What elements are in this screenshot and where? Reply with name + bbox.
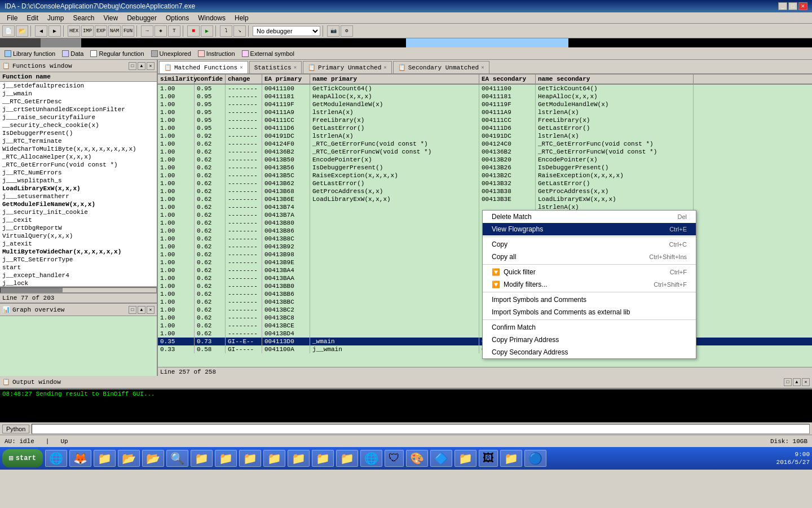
go-close-button[interactable]: ✕ [147, 306, 155, 314]
hex-view-button[interactable]: HEX [68, 25, 80, 37]
taskbar-app-13[interactable]: 📁 [336, 450, 358, 467]
table-row[interactable]: 1.000.95--------004111CCFreeLibrary(x)00… [158, 116, 812, 124]
func-item[interactable]: j__except_handler4 [0, 271, 157, 279]
taskbar-app-11[interactable]: 📁 [288, 450, 310, 467]
graph-button[interactable]: ◈ [155, 25, 167, 37]
table-row[interactable]: 1.000.62--------00413B6ELoadLibraryExW(x… [158, 195, 812, 203]
func-item[interactable]: VirtualQuery(x,x,x) [0, 232, 157, 240]
taskbar-app-10[interactable]: 📁 [263, 450, 285, 467]
taskbar-app-4[interactable]: 📂 [118, 450, 140, 467]
func-item[interactable]: j__lock [0, 279, 157, 286]
ow-float-btn[interactable]: □ [784, 378, 792, 386]
tab-statistics[interactable]: Statistics ✕ [249, 61, 302, 73]
stop-button[interactable]: ■ [187, 25, 200, 37]
func-item[interactable]: j__wmain [0, 90, 157, 98]
taskbar-app-2[interactable]: 🦊 [69, 450, 91, 467]
settings-button[interactable]: ⚙ [341, 25, 353, 37]
tab-pu-close[interactable]: ✕ [383, 64, 386, 71]
func-item[interactable]: __security_check_cookie(x) [0, 121, 157, 129]
table-row[interactable]: 1.000.92--------004191DClstrlenA(x)00419… [158, 132, 812, 140]
cm-quick-filter[interactable]: 🔽Quick filter Ctrl+F [483, 266, 696, 278]
go-max-button[interactable]: ▲ [138, 306, 145, 314]
cm-delete-match[interactable]: Delete Match Del [483, 211, 696, 223]
func-item-bold[interactable]: MultiByteToWideChar(x,x,x,x,x,x) [0, 248, 157, 256]
fw-max-button[interactable]: ▲ [138, 62, 145, 70]
taskbar-app-16[interactable]: 🎨 [406, 450, 428, 467]
taskbar-app-5[interactable]: 📂 [142, 450, 164, 467]
taskbar-app-15[interactable]: 🛡 [385, 450, 404, 467]
cm-copy-secondary-addr[interactable]: Copy Secondary Address [483, 346, 696, 358]
taskbar-app-21[interactable]: 🔵 [524, 450, 546, 467]
cm-confirm-match[interactable]: Confirm Match [483, 321, 696, 334]
menu-options[interactable]: Options [161, 13, 193, 23]
menu-debugger[interactable]: Debugger [122, 13, 161, 23]
xref-button[interactable]: → [141, 25, 153, 37]
func-item[interactable]: _RTC_GetErrorFunc(void const *) [0, 161, 157, 169]
run-button[interactable]: ▶ [201, 25, 213, 37]
table-row[interactable]: 1.000.95--------00411181HeapAlloc(x,x,x)… [158, 93, 812, 100]
func-item[interactable]: IsDebuggerPresent() [0, 129, 157, 137]
open-button[interactable]: 📂 [16, 25, 28, 37]
ow-close-btn[interactable]: ✕ [802, 378, 810, 386]
menu-view[interactable]: View [99, 13, 122, 23]
export-button[interactable]: EXP [95, 25, 107, 37]
menu-help[interactable]: Help [230, 13, 253, 23]
taskbar-app-3[interactable]: 📁 [94, 450, 116, 467]
new-button[interactable]: 📄 [2, 25, 15, 37]
func-item[interactable]: start [0, 264, 157, 271]
taskbar-app-6[interactable]: 🔍 [166, 450, 188, 467]
func-item[interactable]: WideCharToMultiByte(x,x,x,x,x,x,x,x) [0, 145, 157, 153]
menu-search[interactable]: Search [68, 13, 99, 23]
taskbar-app-7[interactable]: 📁 [191, 450, 213, 467]
menu-file[interactable]: File [2, 13, 22, 23]
func-item[interactable]: _RTC_AllocaHelper(x,x,x) [0, 153, 157, 161]
fw-float-button[interactable]: □ [129, 62, 136, 70]
menu-jump[interactable]: Jump [43, 13, 68, 23]
table-row[interactable]: 1.000.62--------004124F0_RTC_GetErrorFun… [158, 140, 812, 148]
back-button[interactable]: ◀ [35, 25, 47, 37]
menu-edit[interactable]: Edit [22, 13, 43, 23]
cm-import-external[interactable]: Import Symbols and Comments as external … [483, 306, 696, 318]
hscroll-thumb[interactable] [1, 288, 63, 292]
taskbar-app-20[interactable]: 📁 [500, 450, 522, 467]
table-row[interactable]: 1.000.95--------004111D6GetLastError()00… [158, 124, 812, 132]
snapshot-button[interactable]: 📷 [327, 25, 339, 37]
table-row[interactable]: 1.000.95--------0041119FGetModuleHandleW… [158, 100, 812, 108]
menu-windows[interactable]: Windows [193, 13, 230, 23]
taskbar-app-9[interactable]: 📁 [239, 450, 261, 467]
func-item[interactable]: j___raise_securityfailure [0, 113, 157, 121]
tab-primary-unmatched[interactable]: 📋 Primary Unmatched ✕ [303, 61, 392, 73]
cm-copy-all[interactable]: Copy all Ctrl+Shift+Ins [483, 251, 696, 263]
functions-button[interactable]: FUN [122, 25, 134, 37]
func-item[interactable]: j_atexit [0, 240, 157, 248]
functions-hscroll[interactable] [0, 286, 157, 293]
table-row[interactable]: 1.000.95--------004111A9lstrlenA(x)00411… [158, 108, 812, 116]
tab-su-close[interactable]: ✕ [481, 64, 484, 71]
func-item[interactable]: j__RTC_NumErrors [0, 169, 157, 177]
cm-import-symbols[interactable]: Import Symbols and Comments [483, 294, 696, 306]
tab-stats-close[interactable]: ✕ [294, 64, 297, 71]
func-item[interactable]: j__setdefaultprecision [0, 82, 157, 90]
close-button[interactable]: ✕ [798, 2, 807, 10]
taskbar-app-8[interactable]: 📁 [215, 450, 237, 467]
table-row[interactable]: 1.000.62--------00413B56IsDebuggerPresen… [158, 164, 812, 172]
func-item[interactable]: j__CrtDbgReportW [0, 224, 157, 232]
tab-matched-functions[interactable]: 📋 Matched Functions ✕ [159, 61, 248, 73]
table-row[interactable]: 1.000.62--------00413B5CRaiseException(x… [158, 172, 812, 179]
python-input[interactable] [32, 424, 810, 434]
fw-close-button[interactable]: ✕ [147, 62, 155, 70]
table-row[interactable]: 1.000.62--------00413B68GetProcAddress(x… [158, 187, 812, 195]
python-button[interactable]: Python [2, 424, 29, 433]
taskbar-app-18[interactable]: 📁 [454, 450, 476, 467]
start-button[interactable]: ⊞ start [2, 449, 43, 467]
cm-copy-primary-addr[interactable]: Copy Primary Address [483, 334, 696, 346]
debugger-select[interactable]: No debugger [253, 26, 320, 36]
func-item[interactable]: j__RTC_Terminate [0, 137, 157, 145]
text-button[interactable]: T [168, 25, 180, 37]
table-row[interactable]: 1.000.62--------004136B2_RTC_GetErrorFun… [158, 148, 812, 156]
cm-copy[interactable]: Copy Ctrl+C [483, 238, 696, 251]
func-item-bold[interactable]: LoadLibraryExW(x,x,x) [0, 185, 157, 192]
forward-button[interactable]: ▶ [48, 25, 61, 37]
func-item-bold[interactable]: GetModuleFileNameW(x,x,x) [0, 200, 157, 208]
step-over-button[interactable]: ⤵ [220, 25, 232, 37]
